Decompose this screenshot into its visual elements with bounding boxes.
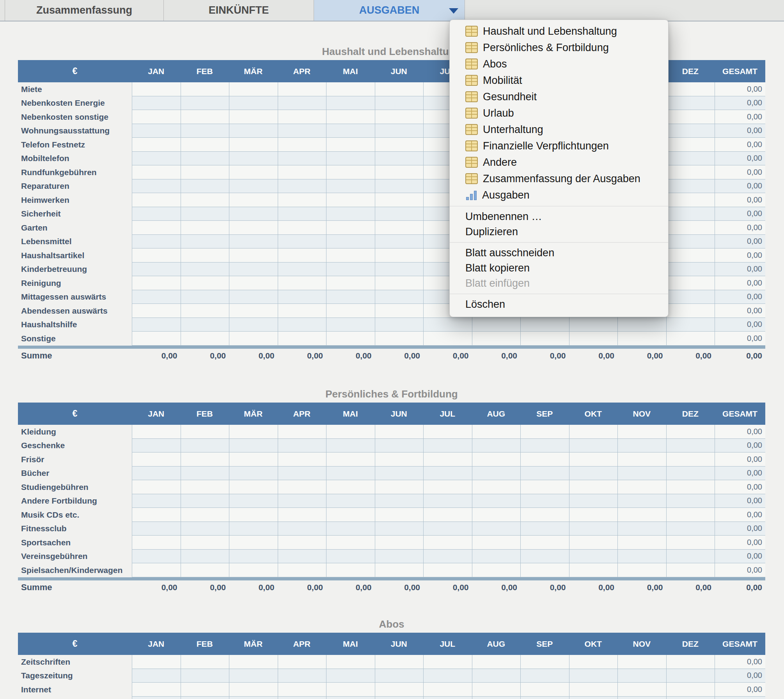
data-cell[interactable]	[569, 550, 618, 564]
data-cell[interactable]	[375, 138, 424, 152]
data-cell[interactable]	[326, 655, 375, 669]
summe-value-cell[interactable]: 0,00	[423, 580, 472, 594]
data-cell[interactable]	[278, 248, 326, 263]
data-cell[interactable]	[666, 82, 715, 96]
data-cell[interactable]	[181, 697, 229, 699]
summe-value-cell[interactable]: 0,00	[472, 349, 521, 363]
data-cell[interactable]	[181, 290, 229, 304]
data-cell[interactable]	[278, 263, 326, 277]
gesamt-value-cell[interactable]: 0,00	[715, 508, 765, 522]
data-cell[interactable]	[666, 193, 715, 207]
data-cell[interactable]	[326, 508, 375, 522]
column-header-month-okt[interactable]: OKT	[569, 639, 618, 649]
data-cell[interactable]	[132, 165, 181, 179]
data-cell[interactable]	[229, 82, 278, 96]
gesamt-value-cell[interactable]: 0,00	[715, 138, 765, 152]
data-cell[interactable]	[181, 193, 229, 207]
data-cell[interactable]	[666, 563, 715, 577]
data-cell[interactable]	[229, 138, 278, 152]
column-header-month-jan[interactable]: JAN	[132, 639, 181, 649]
data-cell[interactable]	[472, 332, 521, 346]
data-cell[interactable]	[181, 536, 229, 550]
data-cell[interactable]	[666, 235, 715, 249]
data-cell[interactable]	[181, 124, 229, 138]
data-cell[interactable]	[375, 165, 424, 179]
data-cell[interactable]	[229, 235, 278, 249]
data-cell[interactable]	[326, 290, 375, 304]
summe-value-cell[interactable]: 0,00	[375, 580, 424, 594]
gesamt-value-cell[interactable]	[715, 697, 765, 699]
data-cell[interactable]	[472, 480, 521, 494]
menu-item-gesundheit[interactable]: Gesundheit	[450, 89, 668, 105]
column-header-month-dez[interactable]: DEZ	[666, 67, 715, 76]
data-cell[interactable]	[375, 563, 424, 577]
summe-value-cell[interactable]: 0,00	[181, 580, 229, 594]
menu-item-mobilitaet[interactable]: Mobilität	[450, 72, 668, 89]
data-cell[interactable]	[472, 508, 521, 522]
data-cell[interactable]	[569, 494, 618, 508]
data-cell[interactable]	[132, 124, 181, 138]
column-header-currency[interactable]: €	[18, 408, 132, 419]
summe-value-cell[interactable]: 0,00	[423, 349, 472, 363]
gesamt-value-cell[interactable]: 0,00	[715, 318, 765, 332]
data-cell[interactable]	[229, 248, 278, 263]
summe-value-cell[interactable]: 0,00	[229, 580, 278, 594]
data-cell[interactable]	[375, 522, 424, 536]
data-cell[interactable]	[278, 82, 326, 96]
data-cell[interactable]	[666, 290, 715, 304]
data-cell[interactable]	[666, 536, 715, 550]
summe-value-cell[interactable]: 0,00	[278, 580, 326, 594]
data-cell[interactable]	[569, 655, 618, 669]
row-label-cell[interactable]: Internet	[18, 683, 132, 697]
data-cell[interactable]	[520, 536, 569, 550]
data-cell[interactable]	[181, 467, 229, 481]
data-cell[interactable]	[666, 452, 715, 467]
data-cell[interactable]	[278, 96, 326, 110]
data-cell[interactable]	[423, 467, 472, 481]
data-cell[interactable]	[326, 124, 375, 138]
data-cell[interactable]	[472, 425, 521, 439]
gesamt-value-cell[interactable]: 0,00	[715, 110, 765, 124]
data-cell[interactable]	[375, 110, 424, 124]
row-label-cell[interactable]: Andere Fortbildung	[18, 494, 132, 508]
summe-value-cell[interactable]: 0,00	[569, 580, 618, 594]
data-cell[interactable]	[229, 697, 278, 699]
row-label-cell[interactable]	[18, 697, 132, 699]
data-cell[interactable]	[229, 655, 278, 669]
data-cell[interactable]	[423, 508, 472, 522]
data-cell[interactable]	[181, 263, 229, 277]
data-cell[interactable]	[666, 124, 715, 138]
data-cell[interactable]	[181, 165, 229, 179]
data-cell[interactable]	[229, 494, 278, 508]
data-cell[interactable]	[375, 179, 424, 193]
data-cell[interactable]	[278, 467, 326, 481]
row-label-cell[interactable]: Frisör	[18, 452, 132, 467]
data-cell[interactable]	[278, 480, 326, 494]
gesamt-value-cell[interactable]: 0,00	[715, 165, 765, 179]
data-cell[interactable]	[326, 179, 375, 193]
row-label-cell[interactable]: Fitnessclub	[18, 522, 132, 536]
data-cell[interactable]	[229, 207, 278, 221]
data-cell[interactable]	[278, 655, 326, 669]
data-cell[interactable]	[132, 221, 181, 235]
data-cell[interactable]	[229, 221, 278, 235]
row-label-cell[interactable]: Geschenke	[18, 439, 132, 453]
data-cell[interactable]	[326, 439, 375, 453]
summe-value-cell[interactable]: 0,00	[132, 349, 181, 363]
data-cell[interactable]	[326, 276, 375, 290]
data-cell[interactable]	[520, 683, 569, 697]
data-cell[interactable]	[375, 290, 424, 304]
menu-item-ausgaben[interactable]: Ausgaben	[450, 187, 668, 203]
data-cell[interactable]	[326, 550, 375, 564]
data-cell[interactable]	[132, 467, 181, 481]
data-cell[interactable]	[569, 425, 618, 439]
data-cell[interactable]	[181, 494, 229, 508]
data-cell[interactable]	[181, 508, 229, 522]
row-label-cell[interactable]: Vereinsgebühren	[18, 550, 132, 564]
data-cell[interactable]	[375, 425, 424, 439]
data-cell[interactable]	[132, 522, 181, 536]
data-cell[interactable]	[666, 207, 715, 221]
gesamt-value-cell[interactable]: 0,00	[715, 550, 765, 564]
data-cell[interactable]	[229, 467, 278, 481]
menu-item-unterhaltung[interactable]: Unterhaltung	[450, 121, 668, 138]
